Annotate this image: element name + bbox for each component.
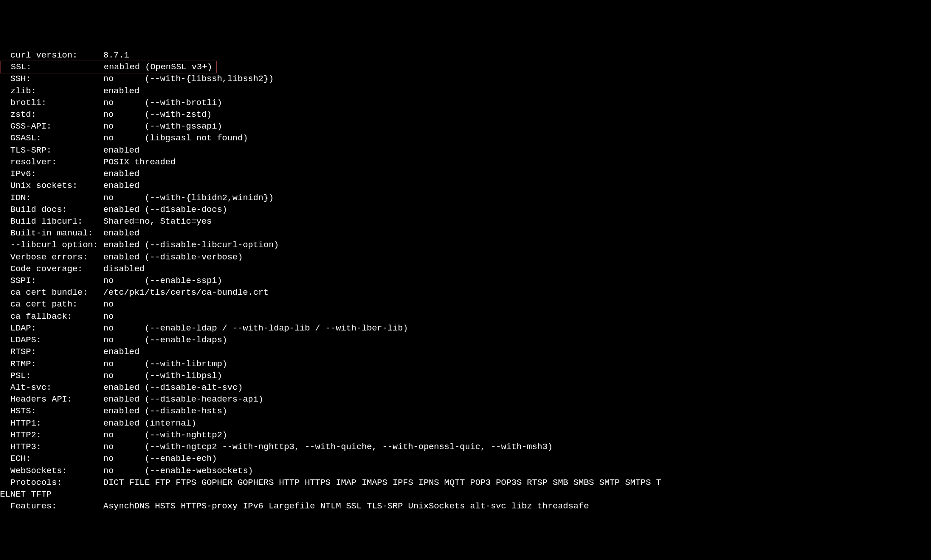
- config-key: ECH:: [0, 454, 103, 464]
- config-row: TLS-SRP: enabled: [0, 144, 931, 156]
- config-key: SSH:: [0, 74, 103, 84]
- config-key: WebSockets:: [0, 466, 103, 476]
- config-key: Features:: [0, 501, 103, 511]
- config-value: no (--enable-ldap / --with-ldap-lib / --…: [103, 323, 408, 333]
- config-value: no (--with-{libidn2,winidn}): [103, 193, 274, 203]
- config-row: HTTP1: enabled (internal): [0, 417, 931, 429]
- config-value: enabled: [103, 181, 140, 191]
- config-row: Verbose errors: enabled (--disable-verbo…: [0, 251, 931, 263]
- config-row: GSS-API: no (--with-gssapi): [0, 120, 931, 132]
- config-value: enabled (internal): [103, 418, 196, 428]
- config-row: --libcurl option: enabled (--disable-lib…: [0, 239, 931, 251]
- config-row: ca cert bundle: /etc/pki/tls/certs/ca-bu…: [0, 287, 931, 298]
- config-row: GSASL: no (libgsasl not found): [0, 132, 931, 144]
- config-row: Headers API: enabled (--disable-headers-…: [0, 393, 931, 405]
- config-row: Code coverage: disabled: [0, 263, 931, 275]
- config-value: no (--enable-ech): [103, 454, 217, 464]
- config-key: ca fallback:: [0, 311, 103, 321]
- config-value: enabled: [103, 169, 140, 179]
- config-row: RTSP: enabled: [0, 346, 931, 358]
- config-key: --libcurl option:: [0, 240, 103, 250]
- config-value: no (--with-{libssh,libssh2}): [103, 74, 274, 84]
- config-key: ca cert path:: [0, 299, 103, 309]
- config-key: resolver:: [0, 157, 103, 167]
- config-key: Built-in manual:: [0, 228, 103, 238]
- config-key: brotli:: [0, 98, 103, 108]
- config-key: Unix sockets:: [0, 181, 103, 191]
- config-key: zstd:: [0, 110, 103, 120]
- config-key: Headers API:: [0, 394, 103, 404]
- config-key: HTTP2:: [0, 430, 103, 440]
- config-value: enabled (--disable-headers-api): [103, 394, 263, 404]
- config-value: no (--with-libpsl): [103, 371, 222, 381]
- config-key: Build docs:: [0, 205, 103, 215]
- config-value: disabled: [103, 264, 145, 274]
- config-row: HSTS: enabled (--disable-hsts): [0, 405, 931, 417]
- config-value: /etc/pki/tls/certs/ca-bundle.crt: [103, 287, 269, 297]
- config-row: ca cert path: no: [0, 298, 931, 310]
- config-value: enabled (--disable-hsts): [103, 406, 227, 416]
- config-value: POSIX threaded: [103, 157, 176, 167]
- config-key: Alt-svc:: [0, 383, 103, 392]
- config-key: HTTP1:: [0, 418, 103, 428]
- config-value: enabled (--disable-verbose): [103, 252, 243, 262]
- config-value: enabled (--disable-docs): [103, 205, 227, 215]
- features-value: AsynchDNS HSTS HTTPS-proxy IPv6 Largefil…: [103, 501, 589, 511]
- config-value: Shared=no, Static=yes: [103, 216, 212, 226]
- config-row: zstd: no (--with-zstd): [0, 109, 931, 120]
- config-value: no: [103, 311, 114, 321]
- config-value: no (--enable-sspi): [103, 276, 222, 286]
- config-key: SSPI:: [0, 276, 103, 286]
- config-key: IPv6:: [0, 169, 103, 179]
- config-value: enabled: [103, 347, 140, 357]
- config-row: IDN: no (--with-{libidn2,winidn}): [0, 192, 931, 204]
- config-key: curl version:: [0, 50, 103, 60]
- config-value: no: [103, 299, 114, 309]
- config-value: enabled (OpenSSL v3+): [104, 62, 212, 72]
- config-row: HTTP2: no (--with-nghttp2): [0, 429, 931, 441]
- config-key: Protocols:: [0, 478, 103, 488]
- protocols-row-wrap: ELNET TFTP: [0, 488, 931, 500]
- config-key: TLS-SRP:: [0, 145, 103, 155]
- config-row: SSPI: no (--enable-sspi): [0, 275, 931, 287]
- config-key: Build libcurl:: [0, 216, 103, 226]
- protocols-row: Protocols: DICT FILE FTP FTPS GOPHER GOP…: [0, 477, 931, 488]
- config-key: SSL:: [0, 62, 104, 72]
- config-value: enabled: [103, 86, 140, 96]
- config-key: Code coverage:: [0, 264, 103, 274]
- config-row: zlib: enabled: [0, 85, 931, 97]
- config-key: PSL:: [0, 371, 103, 381]
- config-key: LDAPS:: [0, 335, 103, 345]
- config-row: ca fallback: no: [0, 311, 931, 322]
- config-key: HSTS:: [0, 406, 103, 416]
- config-value: no (--enable-ldaps): [103, 335, 227, 345]
- config-row: SSL: enabled (OpenSSL v3+): [0, 61, 931, 73]
- config-row: Build libcurl: Shared=no, Static=yes: [0, 215, 931, 227]
- config-value: enabled (--disable-alt-svc): [103, 383, 243, 392]
- config-row: WebSockets: no (--enable-websockets): [0, 465, 931, 477]
- config-value: no (--enable-websockets): [103, 466, 253, 476]
- config-row: LDAPS: no (--enable-ldaps): [0, 334, 931, 346]
- config-row: RTMP: no (--with-librtmp): [0, 358, 931, 370]
- config-key: HTTP3:: [0, 442, 103, 452]
- config-value: no (libgsasl not found): [103, 133, 248, 143]
- config-row: Built-in manual: enabled: [0, 227, 931, 239]
- config-row: Alt-svc: enabled (--disable-alt-svc): [0, 382, 931, 393]
- config-row: ECH: no (--enable-ech): [0, 453, 931, 464]
- config-value: enabled: [103, 145, 140, 155]
- config-row: resolver: POSIX threaded: [0, 156, 931, 168]
- config-value: no (--with-brotli): [103, 98, 222, 108]
- config-row: IPv6: enabled: [0, 168, 931, 180]
- highlighted-row: SSL: enabled (OpenSSL v3+): [0, 61, 217, 73]
- config-value: no (--with-gssapi): [103, 121, 222, 131]
- config-key: RTSP:: [0, 347, 103, 357]
- config-value: 8.7.1: [103, 50, 129, 60]
- config-value: enabled: [103, 228, 140, 238]
- config-row: HTTP3: no (--with-ngtcp2 --with-nghttp3,…: [0, 441, 931, 453]
- config-key: RTMP:: [0, 359, 103, 369]
- config-key: GSS-API:: [0, 121, 103, 131]
- config-key: GSASL:: [0, 133, 103, 143]
- protocols-value-line1: DICT FILE FTP FTPS GOPHER GOPHERS HTTP H…: [103, 478, 661, 488]
- config-row: curl version: 8.7.1: [0, 49, 931, 61]
- config-row: PSL: no (--with-libpsl): [0, 370, 931, 382]
